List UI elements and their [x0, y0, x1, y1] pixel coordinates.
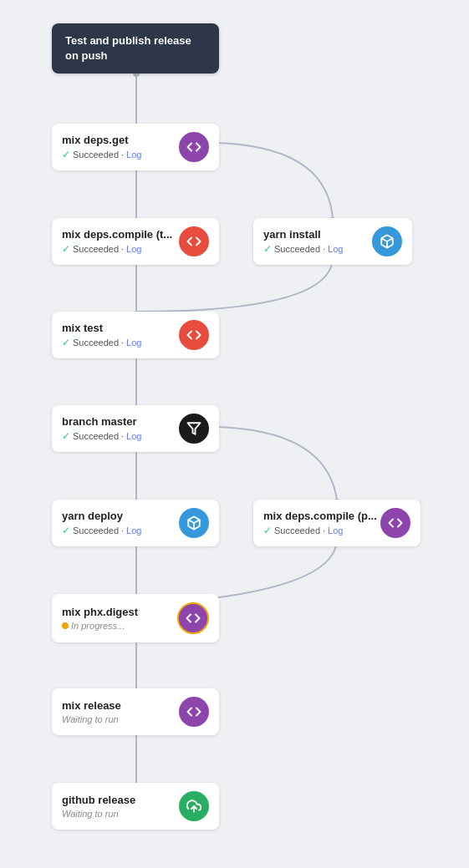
- node-branch-master: branch master ✓ Succeeded · Log: [52, 405, 219, 452]
- node-icon: [179, 414, 209, 444]
- node-info: mix deps.compile (p... ✓ Succeeded · Log: [263, 510, 377, 536]
- box-icon: [186, 515, 201, 530]
- node-title: github release: [62, 794, 135, 806]
- node-title: mix test: [62, 322, 141, 334]
- node-icon: [179, 697, 209, 727]
- node-icon: [179, 320, 209, 350]
- log-link[interactable]: Log: [126, 525, 141, 536]
- log-link[interactable]: Log: [126, 244, 141, 254]
- log-link[interactable]: Log: [126, 431, 141, 441]
- node-info: mix phx.digest In progress...: [62, 606, 138, 631]
- start-node: Test and publish release on push: [52, 23, 219, 74]
- check-icon: ✓: [62, 525, 70, 536]
- node-title: branch master: [62, 415, 141, 428]
- separator: ·: [323, 244, 325, 254]
- node-title: yarn install: [263, 228, 343, 241]
- status-text: Succeeded: [73, 431, 119, 441]
- node-title: yarn deploy: [62, 510, 141, 522]
- status-text: Waiting to run: [62, 714, 119, 724]
- node-status: ✓ Succeeded · Log: [263, 243, 343, 255]
- check-icon: ✓: [62, 243, 70, 255]
- node-mix-test: mix test ✓ Succeeded · Log: [52, 312, 219, 358]
- separator: ·: [121, 431, 124, 441]
- check-icon: ✓: [62, 430, 70, 442]
- node-icon: [179, 791, 209, 821]
- code-icon: [388, 515, 403, 530]
- code-icon: [186, 704, 201, 719]
- node-info: yarn deploy ✓ Succeeded · Log: [62, 510, 141, 536]
- status-text: Succeeded: [274, 244, 320, 254]
- node-icon: [179, 226, 209, 256]
- node-mix-phx-digest: mix phx.digest In progress...: [52, 594, 219, 642]
- node-mix-deps-compile-p: mix deps.compile (p... ✓ Succeeded · Log: [253, 500, 421, 546]
- svg-marker-20: [188, 423, 201, 434]
- node-status: ✓ Succeeded · Log: [62, 337, 141, 348]
- node-info: mix release Waiting to run: [62, 699, 121, 724]
- node-status: Waiting to run: [62, 714, 121, 724]
- separator: ·: [121, 150, 124, 160]
- code-icon: [186, 327, 201, 343]
- code-icon: [186, 234, 201, 249]
- node-info: github release Waiting to run: [62, 794, 135, 819]
- check-icon: ✓: [263, 525, 272, 536]
- separator: ·: [121, 338, 124, 348]
- separator: ·: [323, 525, 325, 536]
- node-icon: [380, 508, 410, 538]
- node-status: ✓ Succeeded · Log: [62, 149, 141, 160]
- status-text: Succeeded: [73, 244, 119, 254]
- node-title: mix deps.compile (p...: [263, 510, 377, 522]
- check-icon: ✓: [62, 149, 70, 160]
- filter-icon: [186, 421, 201, 436]
- node-info: yarn install ✓ Succeeded · Log: [263, 228, 343, 255]
- node-info: mix deps.get ✓ Succeeded · Log: [62, 134, 141, 160]
- node-info: mix test ✓ Succeeded · Log: [62, 322, 141, 348]
- node-status: In progress...: [62, 621, 138, 631]
- node-mix-deps-compile: mix deps.compile (t... ✓ Succeeded · Log: [52, 218, 219, 265]
- code-icon: [186, 140, 201, 155]
- node-title: mix deps.compile (t...: [62, 228, 172, 241]
- node-info: mix deps.compile (t... ✓ Succeeded · Log: [62, 228, 172, 255]
- log-link[interactable]: Log: [328, 244, 343, 254]
- node-icon: [179, 132, 209, 162]
- node-status: ✓ Succeeded · Log: [62, 525, 141, 536]
- node-status: ✓ Succeeded · Log: [62, 243, 172, 255]
- upload-cloud-icon: [186, 799, 201, 814]
- log-link[interactable]: Log: [126, 338, 141, 348]
- node-status: Waiting to run: [62, 809, 135, 819]
- node-mix-release: mix release Waiting to run: [52, 688, 219, 735]
- node-github-release: github release Waiting to run: [52, 783, 219, 830]
- log-link[interactable]: Log: [328, 525, 343, 536]
- status-text: Succeeded: [73, 525, 119, 536]
- log-link[interactable]: Log: [126, 150, 141, 160]
- node-info: branch master ✓ Succeeded · Log: [62, 415, 141, 442]
- pipeline-container: Test and publish release on push mix dep…: [0, 0, 469, 868]
- node-yarn-deploy: yarn deploy ✓ Succeeded · Log: [52, 500, 219, 546]
- node-title: mix phx.digest: [62, 606, 138, 618]
- code-icon: [186, 611, 201, 626]
- node-title: mix release: [62, 699, 121, 712]
- separator: ·: [121, 244, 124, 254]
- node-icon: [179, 508, 209, 538]
- node-status: ✓ Succeeded · Log: [62, 430, 141, 442]
- check-icon: ✓: [263, 243, 272, 255]
- status-text: Waiting to run: [62, 809, 119, 819]
- status-text: Succeeded: [274, 525, 320, 536]
- check-icon: ✓: [62, 337, 70, 348]
- box-icon: [380, 234, 395, 249]
- node-icon: [177, 602, 209, 634]
- separator: ·: [121, 525, 124, 536]
- status-text: Succeeded: [73, 338, 119, 348]
- in-progress-icon: [62, 622, 69, 629]
- node-yarn-install: yarn install ✓ Succeeded · Log: [253, 218, 412, 265]
- status-text: Succeeded: [73, 150, 119, 160]
- start-node-label: Test and publish release on push: [65, 34, 191, 62]
- node-title: mix deps.get: [62, 134, 141, 146]
- node-mix-deps-get: mix deps.get ✓ Succeeded · Log: [52, 124, 219, 170]
- node-icon: [372, 226, 402, 256]
- status-text: In progress...: [71, 621, 125, 631]
- node-status: ✓ Succeeded · Log: [263, 525, 377, 536]
